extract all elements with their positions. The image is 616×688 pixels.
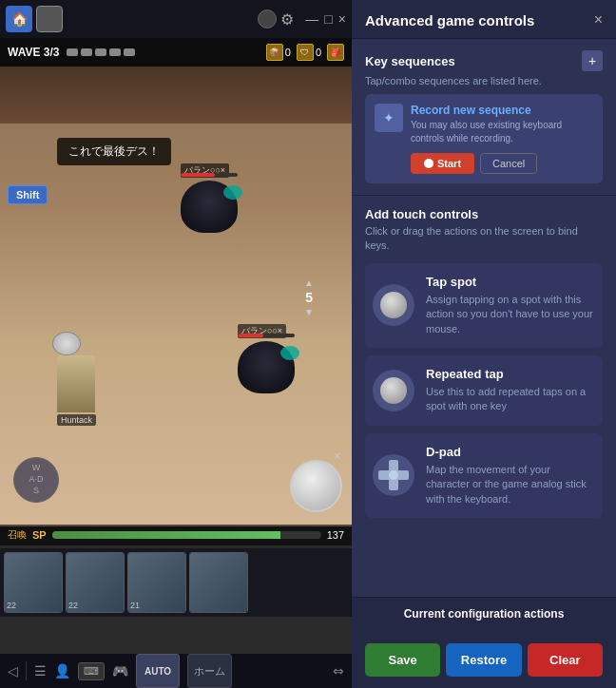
save-button[interactable]: Save [365,643,440,677]
dpad-icon [378,460,409,490]
config-section: Current configuration actions [352,597,616,636]
tap-spot-item[interactable]: Tap spot Assign tapping on a spot with t… [365,263,603,348]
wand-icon: ✦ [383,110,395,125]
footer-buttons: Save Restore Clear [352,636,616,688]
count-value: 5 [305,290,313,305]
wasd-control[interactable]: WA·DS [13,457,59,503]
panel-close-button[interactable]: × [594,11,603,29]
gear-icon[interactable]: ⚙ [280,10,294,29]
nav-mask-icon[interactable]: 👤 [54,663,70,678]
record-description: You may also use existing keyboard contr… [411,119,593,145]
repeated-tap-circle [380,377,407,404]
resource-1: 📦 0 [266,44,291,61]
wave-label: WAVE 3/3 [8,46,59,59]
resource-1-count: 0 [285,47,291,58]
game-panel: 🏠 ⚙ — □ × WAVE 3/3 📦 0 🛡 0 [0,0,352,688]
enemy-2: バラン○○× [238,341,295,393]
touch-controls-subtitle: Click or drag the actions on the screen … [365,224,603,254]
window-controls: — □ × [305,11,346,27]
repeated-tap-item[interactable]: Repeated tap Use this to add repeated ta… [365,355,603,426]
d-pad-icon-wrap [373,454,414,496]
card-4[interactable] [189,552,248,613]
summon-label: 召喚 [8,528,27,542]
repeated-tap-desc: Use this to add repeated taps on a spot … [426,385,595,414]
shift-button[interactable]: Shift [8,185,48,204]
panel-header: Advanced game controls × [352,0,616,39]
card-row: 22 22 21 [0,548,352,617]
config-title: Current configuration actions [365,607,603,621]
add-sequence-button[interactable]: + [582,50,603,71]
panel-body: Key sequences + Tap/combo sequences are … [352,39,616,597]
d-pad-desc: Map the movement of your character or th… [426,463,595,506]
card-1[interactable]: 22 [4,552,63,613]
tap-spot-desc: Assign tapping on a spot with this actio… [426,293,595,336]
clear-button[interactable]: Clear [528,643,603,677]
keyboard-icon[interactable]: ⌨ [78,662,105,680]
key-sequences-section: Key sequences + Tap/combo sequences are … [352,39,616,196]
action-count: ▲ 5 ▼ [304,277,314,317]
monster-body [181,181,238,233]
monster-body-2 [238,341,295,393]
close-button[interactable]: × [338,11,346,27]
nav-menu-icon[interactable]: ☰ [34,663,47,678]
minimize-button[interactable]: — [305,11,318,27]
sp-bar: 召喚 SP 137 [0,525,352,545]
tap-spot-text: Tap spot Assign tapping on a spot with t… [426,275,595,336]
sky [0,67,352,124]
record-title: Record new sequence [411,104,593,117]
sp-label: SP [32,529,47,541]
wave-resources: 📦 0 🛡 0 🎒 [266,44,344,61]
touch-controls-section: Add touch controls Click or drag the act… [352,196,616,537]
right-panel: Advanced game controls × Key sequences +… [352,0,616,688]
bottom-nav: ◁ ☰ 👤 ⌨ 🎮 AUTO ホーム ⇔ [0,654,352,688]
shield-icon: 🛡 [297,44,314,61]
key-sequences-title: Key sequences [365,54,455,68]
expand-icon[interactable]: ⇔ [333,663,344,678]
chest-icon: 📦 [266,44,283,61]
resource-3-icon: 🎒 [327,44,344,61]
record-content: Record new sequence You may also use exi… [411,104,593,174]
tap-spot-icon [373,284,414,326]
d-pad-item[interactable]: D-pad Map the movement of your character… [365,433,603,518]
restore-button[interactable]: Restore [446,643,521,677]
sp-progress-bar [52,531,321,539]
enemy-1: バラン○○× [181,181,238,233]
speech-bubble: これで最後デス！ [57,138,171,165]
player-character: Huntack [57,355,95,412]
app-top-bar: 🏠 ⚙ — □ × [0,0,352,38]
resource-2-count: 0 [316,47,321,58]
d-pad-name: D-pad [426,445,595,459]
repeated-tap-name: Repeated tap [426,367,595,381]
home-icon[interactable]: 🏠 [6,6,32,32]
repeated-tap-text: Repeated tap Use this to add repeated ta… [426,367,595,414]
nav-gamepad-icon[interactable]: 🎮 [112,663,128,678]
action-circle-button[interactable] [290,460,342,512]
monster-accent-2 [280,346,299,360]
home-button[interactable]: ホーム [187,654,232,688]
nav-back-icon[interactable]: ◁ [8,663,18,678]
enemy-2-hp [238,334,295,337]
record-buttons: Start Cancel [411,153,593,174]
circle-close-icon: × [334,449,340,463]
maximize-button[interactable]: □ [324,11,332,27]
resource-2: 🛡 0 [297,44,321,61]
enemy-1-hp-fill [181,173,215,177]
start-button[interactable]: Start [411,153,474,174]
cancel-button[interactable]: Cancel [480,153,537,174]
start-label: Start [437,158,461,169]
auto-button[interactable]: AUTO [136,654,180,688]
chevron-down-icon: ▼ [304,307,314,317]
avatar [36,6,63,32]
card-3[interactable]: 21 [127,552,186,613]
wave-bar: WAVE 3/3 📦 0 🛡 0 🎒 [0,38,352,67]
card-2[interactable]: 22 [66,552,125,613]
touch-controls-title: Add touch controls [365,207,603,221]
player-name: Huntack [57,414,96,426]
wasd-label: WA·DS [29,463,43,496]
chevron-up-icon: ▲ [304,277,314,288]
record-dot-icon [424,159,433,168]
globe-icon [258,10,277,29]
tap-spot-circle [380,292,407,318]
key-sequences-header: Key sequences + [365,50,603,71]
game-background: これで最後デス！ バラン○○× Huntack バラン○○× [0,67,352,526]
